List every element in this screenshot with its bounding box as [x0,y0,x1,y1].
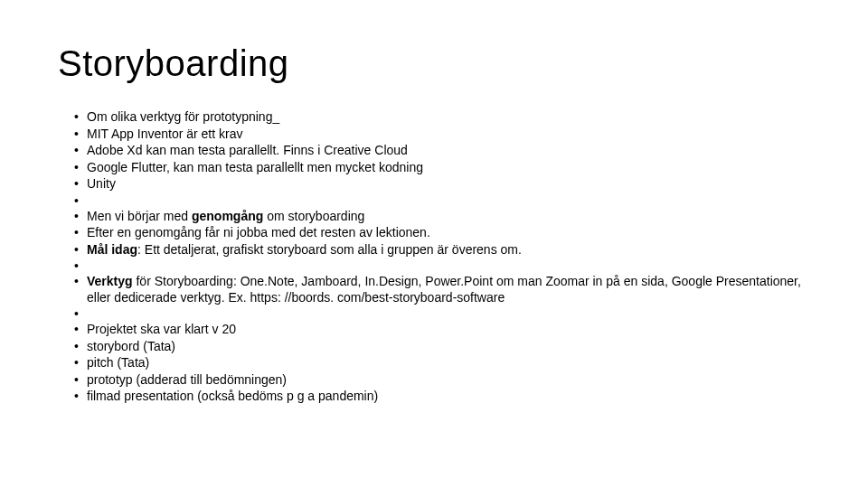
list-item-blank [74,193,810,208]
list-item: Projektet ska var klart v 20 [74,322,810,338]
slide: Storyboarding Om olika verktyg för proto… [0,0,868,442]
bullet-text: filmad presentation (också bedöms p g a … [87,389,378,403]
list-item: prototyp (adderad till bedömningen) [74,372,810,389]
bullet-text: Adobe Xd kan man testa parallellt. Finns… [87,143,408,157]
list-item: Unity [74,176,810,192]
bullet-text: prototyp (adderad till bedömningen) [87,372,287,387]
list-item: MIT App Inventor är ett krav [74,127,810,143]
list-item: storybord (Tata) [74,339,810,355]
list-item: Google Flutter, kan man testa parallellt… [74,160,810,176]
list-item: filmad presentation (också bedöms p g a … [74,389,810,405]
bullet-text: för Storyboarding: One.Note, Jamboard, I… [87,274,801,305]
bullet-text: Men vi börjar med [87,209,192,223]
bullet-text-bold: genomgång [192,209,263,223]
list-item: Om olika verktyg för prototypning_ [74,109,810,126]
bullet-text-bold: Mål idag [87,242,137,257]
bullet-list: Om olika verktyg för prototypning_ MIT A… [58,109,810,405]
bullet-text: om storyboarding [263,209,364,223]
bullet-text: Unity [87,176,116,191]
bullet-text: storybord (Tata) [87,339,175,353]
list-item: Efter en genomgång får ni jobba med det … [74,225,810,241]
list-item: Men vi börjar med genomgång om storyboar… [74,209,810,225]
list-item: Mål idag: Ett detaljerat, grafiskt story… [74,242,810,258]
bullet-text: pitch (Tata) [87,355,149,370]
bullet-text: Efter en genomgång får ni jobba med det … [87,225,430,239]
bullet-text: MIT App Inventor är ett krav [87,127,242,141]
list-item: Verktyg för Storyboarding: One.Note, Jam… [74,274,810,305]
slide-body: Om olika verktyg för prototypning_ MIT A… [58,109,810,405]
bullet-text: : Ett detaljerat, grafiskt storyboard so… [137,242,522,257]
list-item: pitch (Tata) [74,355,810,371]
bullet-text: Om olika verktyg för prototypning_ [87,109,279,124]
bullet-text-bold: Verktyg [87,274,133,288]
list-item-blank [74,306,810,321]
bullet-text: Google Flutter, kan man testa parallellt… [87,160,423,174]
bullet-text: Projektet ska var klart v 20 [87,322,236,336]
slide-title: Storyboarding [58,43,810,84]
list-item: Adobe Xd kan man testa parallellt. Finns… [74,143,810,159]
list-item-blank [74,258,810,273]
